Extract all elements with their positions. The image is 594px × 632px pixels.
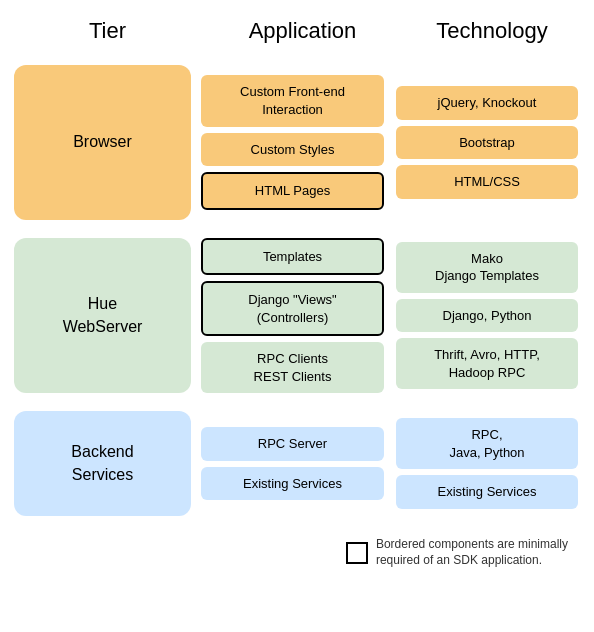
custom-styles-box: Custom Styles: [201, 133, 384, 167]
hue-tier-label: HueWebServer: [63, 293, 143, 338]
backend-tier-label: BackendServices: [71, 441, 133, 486]
jquery-knockout-box: jQuery, Knockout: [396, 86, 578, 120]
mako-django-label: MakoDjango Templates: [435, 251, 539, 284]
html-css-box: HTML/CSS: [396, 165, 578, 199]
rpc-java-python-label: RPC,Java, Python: [449, 427, 524, 460]
tier-header: Tier: [10, 10, 205, 52]
bootstrap-label: Bootstrap: [459, 135, 515, 150]
browser-tier-label: Browser: [73, 131, 132, 153]
diagram: Tier Application Technology Browser Cust…: [0, 0, 594, 592]
backend-row: BackendServices RPC Server Existing Serv…: [10, 406, 584, 521]
header-row: Tier Application Technology: [10, 10, 584, 52]
custom-frontend-label: Custom Front-endInteraction: [240, 84, 345, 117]
custom-frontend-box: Custom Front-endInteraction: [201, 75, 384, 126]
existing-services-app-box: Existing Services: [201, 467, 384, 501]
browser-tier-cell: Browser: [10, 60, 195, 225]
bootstrap-box: Bootstrap: [396, 126, 578, 160]
hue-row: HueWebServer Templates Django "Views"(Co…: [10, 233, 584, 398]
rpc-server-box: RPC Server: [201, 427, 384, 461]
application-header: Application: [205, 10, 400, 52]
jquery-knockout-label: jQuery, Knockout: [438, 95, 537, 110]
legend: Bordered components are minimallyrequire…: [10, 529, 584, 572]
backend-tier-box: BackendServices: [14, 411, 191, 516]
hue-tier-box: HueWebServer: [14, 238, 191, 393]
legend-text: Bordered components are minimallyrequire…: [376, 537, 568, 568]
rpc-java-python-box: RPC,Java, Python: [396, 418, 578, 469]
browser-app-cell: Custom Front-endInteraction Custom Style…: [195, 60, 390, 225]
hue-app-cell: Templates Django "Views"(Controllers) RP…: [195, 233, 390, 398]
django-python-box: Django, Python: [396, 299, 578, 333]
django-python-label: Django, Python: [443, 308, 532, 323]
backend-tier-cell: BackendServices: [10, 406, 195, 521]
mako-django-box: MakoDjango Templates: [396, 242, 578, 293]
thrift-avro-label: Thrift, Avro, HTTP,Hadoop RPC: [434, 347, 540, 380]
hue-tech-cell: MakoDjango Templates Django, Python Thri…: [390, 233, 584, 398]
backend-tech-cell: RPC,Java, Python Existing Services: [390, 406, 584, 521]
html-pages-box: HTML Pages: [201, 172, 384, 210]
existing-services-tech-box: Existing Services: [396, 475, 578, 509]
rpc-server-label: RPC Server: [258, 436, 327, 451]
hue-tier-cell: HueWebServer: [10, 233, 195, 398]
django-views-box: Django "Views"(Controllers): [201, 281, 384, 336]
existing-services-tech-label: Existing Services: [438, 484, 537, 499]
html-pages-label: HTML Pages: [255, 183, 330, 198]
browser-tier-box: Browser: [14, 65, 191, 220]
legend-box-icon: [346, 542, 368, 564]
templates-box: Templates: [201, 238, 384, 276]
existing-services-app-label: Existing Services: [243, 476, 342, 491]
html-css-label: HTML/CSS: [454, 174, 520, 189]
technology-header: Technology: [400, 10, 584, 52]
custom-styles-label: Custom Styles: [251, 142, 335, 157]
browser-tech-cell: jQuery, Knockout Bootstrap HTML/CSS: [390, 60, 584, 225]
templates-label: Templates: [263, 249, 322, 264]
backend-app-cell: RPC Server Existing Services: [195, 406, 390, 521]
rpc-rest-clients-label: RPC ClientsREST Clients: [254, 351, 332, 384]
rpc-rest-clients-box: RPC ClientsREST Clients: [201, 342, 384, 393]
browser-row: Browser Custom Front-endInteraction Cust…: [10, 60, 584, 225]
thrift-avro-box: Thrift, Avro, HTTP,Hadoop RPC: [396, 338, 578, 389]
django-views-label: Django "Views"(Controllers): [248, 292, 336, 325]
